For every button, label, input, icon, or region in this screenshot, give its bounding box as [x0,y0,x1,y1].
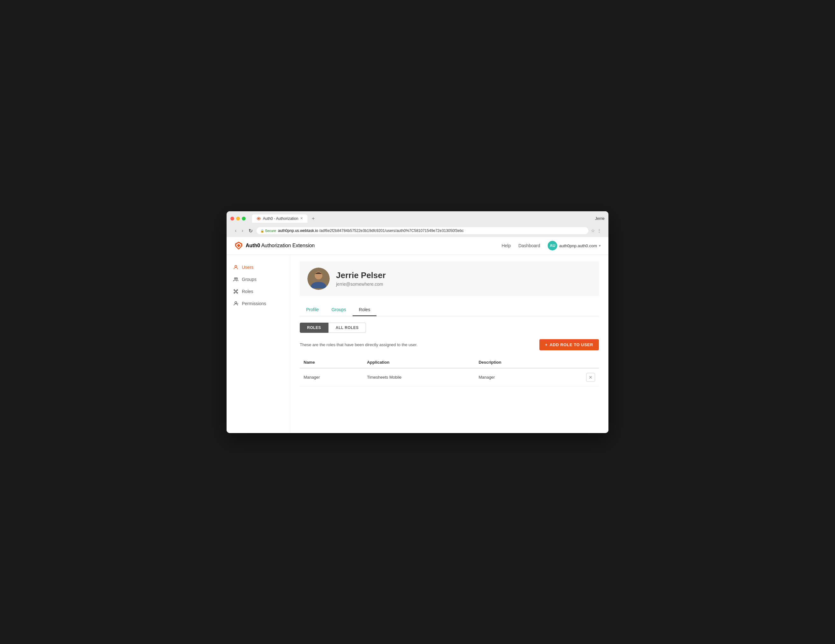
chevron-down-icon: ▾ [599,244,601,248]
browser-chrome: Auth0 - Authorization ✕ + Jerrie ‹ › ↻ S… [227,211,608,237]
sidebar-groups-label: Groups [242,277,257,282]
sidebar-item-permissions[interactable]: Permissions [227,297,290,310]
tab-title: Auth0 - Authorization [263,216,298,221]
remove-role-button[interactable]: ✕ [586,373,595,382]
sidebar: Users Groups [227,255,290,433]
sidebar-permissions-label: Permissions [242,301,266,306]
address-bar-row: ‹ › ↻ Secure auth0pnp.us.webtask.io /adf… [231,225,604,237]
svg-line-17 [236,292,237,292]
help-link[interactable]: Help [502,243,511,248]
svg-line-15 [236,290,237,291]
add-role-label: ADD ROLE TO USER [549,342,593,347]
bookmark-button[interactable]: ☆ [591,228,595,233]
refresh-button[interactable]: ↻ [247,227,254,235]
close-traffic-light[interactable] [231,217,234,221]
roles-description-row: These are the roles that have been direc… [300,339,599,350]
app-layout: Users Groups [227,255,608,433]
back-button[interactable]: ‹ [234,227,238,234]
roles-icon [233,289,239,294]
permissions-icon [233,301,239,307]
brand-name: Auth0 Authorization Extension [246,243,315,248]
url-text: auth0pnp.us.webtask.io /adf6e2f2b84784b5… [278,229,464,233]
browser-controls: Auth0 - Authorization ✕ + Jerrie [231,214,604,223]
col-actions-header [555,357,599,368]
tab-favicon-icon [257,216,261,221]
browser-window: Auth0 - Authorization ✕ + Jerrie ‹ › ↻ S… [227,211,608,433]
table-row: Manager Timesheets Mobile Manager ✕ [300,368,599,386]
sidebar-item-roles[interactable]: Roles [227,286,290,297]
secure-label: Secure [265,229,276,233]
user-avatar [307,268,330,290]
roles-description-text: These are the roles that have been direc… [300,342,418,347]
users-icon [233,264,239,270]
tab-close-button[interactable]: ✕ [300,216,303,221]
dashboard-link[interactable]: Dashboard [518,243,540,248]
browser-tab[interactable]: Auth0 - Authorization ✕ [252,214,307,223]
table-header: Name Application Description [300,357,599,368]
user-name: Jerrie Pelser [336,271,386,280]
app-content: Auth0 Authorization Extension Help Dashb… [227,237,608,433]
user-email: jerrie@somewhere.com [336,282,386,287]
groups-icon [233,276,239,282]
url-path: /adf6e2f2b84784b57522e3b19dfc9201/users/… [319,229,464,233]
maximize-traffic-light[interactable] [242,217,246,221]
all-roles-toggle-button[interactable]: ALL ROLES [328,323,366,333]
app-navbar: Auth0 Authorization Extension Help Dashb… [227,237,608,255]
tab-bar: Auth0 - Authorization ✕ + [252,214,593,223]
browser-user-label: Jerrie [595,216,604,221]
address-bar[interactable]: Secure auth0pnp.us.webtask.io /adf6e2f2b… [257,227,588,234]
svg-point-18 [235,302,237,303]
sidebar-item-groups[interactable]: Groups [227,273,290,286]
svg-line-16 [235,292,236,292]
tab-nav: Profile Groups Roles [300,304,599,316]
navbar-avatar: AU [547,241,557,250]
app-brand: Auth0 Authorization Extension [234,241,315,250]
col-application-header: Application [363,357,475,368]
col-name-header: Name [300,357,363,368]
role-description-cell: Manager [475,368,555,386]
toggle-group: ROLES ALL ROLES [300,323,599,333]
sidebar-item-users[interactable]: Users [227,261,290,273]
role-name-cell: Manager [300,368,363,386]
roles-table: Name Application Description Manager Tim… [300,357,599,386]
user-avatar-image [307,268,330,290]
new-tab-button[interactable]: + [309,215,317,222]
url-domain: auth0pnp.us.webtask.io [278,229,318,233]
brand-extension: Authorization Extension [260,243,315,248]
svg-point-6 [235,265,237,267]
add-role-button[interactable]: + ADD ROLE TO USER [539,339,599,350]
secure-badge: Secure [260,229,276,233]
user-info: Jerrie Pelser jerrie@somewhere.com [336,271,386,287]
navbar-links: Help Dashboard AU auth0pnp.auth0.com ▾ [502,241,601,250]
svg-point-8 [236,277,238,279]
minimize-traffic-light[interactable] [236,217,240,221]
col-description-header: Description [475,357,555,368]
address-actions: ☆ ⋮ [591,228,601,233]
auth0-logo-icon [234,241,243,250]
navbar-account[interactable]: AU auth0pnp.auth0.com ▾ [547,241,601,250]
menu-button[interactable]: ⋮ [597,228,601,233]
close-icon: ✕ [589,375,593,380]
add-role-plus-icon: + [545,342,547,347]
account-label: auth0pnp.auth0.com [559,243,597,248]
svg-line-14 [235,290,236,291]
role-application-cell: Timesheets Mobile [363,368,475,386]
tab-groups[interactable]: Groups [325,304,353,316]
user-card: Jerrie Pelser jerrie@somewhere.com [300,261,599,296]
brand-auth0: Auth0 [246,243,260,248]
sidebar-roles-label: Roles [242,289,253,294]
traffic-lights [231,217,246,221]
svg-point-7 [234,277,236,279]
main-content: Jerrie Pelser jerrie@somewhere.com Profi… [290,255,608,433]
table-body: Manager Timesheets Mobile Manager ✕ [300,368,599,386]
roles-toggle-button[interactable]: ROLES [300,323,328,333]
table-header-row: Name Application Description [300,357,599,368]
tab-profile[interactable]: Profile [300,304,325,316]
sidebar-users-label: Users [242,265,253,270]
forward-button[interactable]: › [240,227,244,234]
role-actions-cell: ✕ [555,368,599,386]
tab-roles[interactable]: Roles [353,304,377,316]
